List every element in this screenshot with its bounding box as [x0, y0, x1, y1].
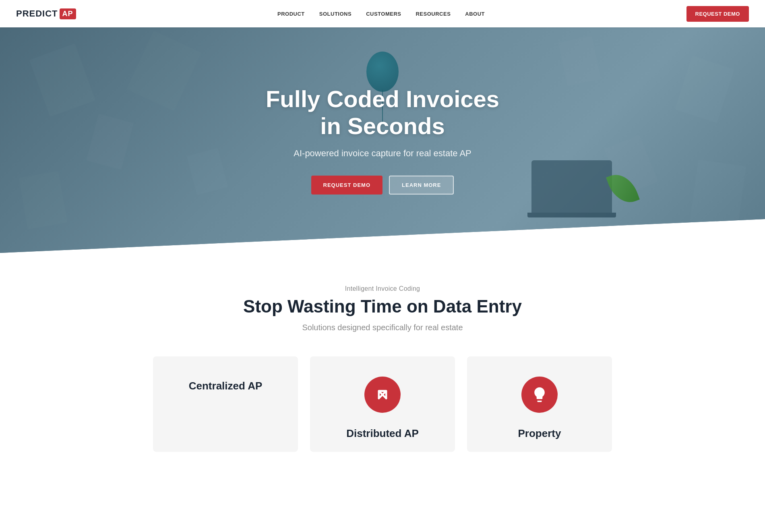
nav-item-customers[interactable]: CUSTOMERS: [366, 10, 401, 17]
distributed-icon-bg: [364, 377, 401, 413]
logo-text: PREDICT: [16, 8, 58, 19]
logo-ap-badge: AP: [60, 8, 76, 19]
features-section: Intelligent Invoice Coding Stop Wasting …: [0, 253, 765, 468]
card-property: Property: [467, 356, 612, 452]
nav-links: PRODUCT SOLUTIONS CUSTOMERS RESOURCES AB…: [277, 10, 485, 17]
hero-request-demo-button[interactable]: REQUEST DEMO: [311, 176, 382, 195]
nav-link-solutions[interactable]: SOLUTIONS: [319, 11, 351, 17]
hero-section: Fully Coded Invoices in Seconds AI-power…: [0, 27, 765, 253]
lightbulb-icon: [531, 386, 548, 404]
hero-buttons: REQUEST DEMO LEARN MORE: [311, 176, 454, 195]
features-desc: Solutions designed specifically for real…: [16, 323, 749, 332]
navbar: PREDICT AP PRODUCT SOLUTIONS CUSTOMERS R…: [0, 0, 765, 27]
nav-item-product[interactable]: PRODUCT: [277, 10, 305, 17]
nav-link-about[interactable]: ABOUT: [465, 11, 485, 17]
hero-title: Fully Coded Invoices in Seconds: [266, 86, 499, 139]
property-icon-bg: [521, 377, 558, 413]
hero-content: Fully Coded Invoices in Seconds AI-power…: [0, 27, 765, 253]
features-title: Stop Wasting Time on Data Entry: [16, 296, 749, 317]
nav-link-resources[interactable]: RESOURCES: [416, 11, 451, 17]
nav-item-resources[interactable]: RESOURCES: [416, 10, 451, 17]
nav-link-product[interactable]: PRODUCT: [277, 11, 305, 17]
card-property-title: Property: [518, 427, 561, 440]
nav-link-customers[interactable]: CUSTOMERS: [366, 11, 401, 17]
card-distributed: Distributed AP: [310, 356, 455, 452]
hero-subtitle: AI-powered invoice capture for real esta…: [294, 148, 471, 159]
nav-item-about[interactable]: ABOUT: [465, 10, 485, 17]
nav-request-demo-button[interactable]: REQUEST DEMO: [686, 6, 749, 22]
distribute-icon: [374, 386, 391, 404]
card-centralized: Centralized AP: [153, 356, 298, 452]
card-centralized-title: Centralized AP: [189, 380, 263, 392]
nav-item-solutions[interactable]: SOLUTIONS: [319, 10, 351, 17]
hero-learn-more-button[interactable]: LEARN MORE: [389, 176, 454, 195]
features-subtitle: Intelligent Invoice Coding: [16, 285, 749, 292]
card-distributed-title: Distributed AP: [346, 427, 419, 440]
logo[interactable]: PREDICT AP: [16, 8, 76, 19]
feature-cards: Centralized AP Distributed AP Property: [141, 356, 624, 452]
